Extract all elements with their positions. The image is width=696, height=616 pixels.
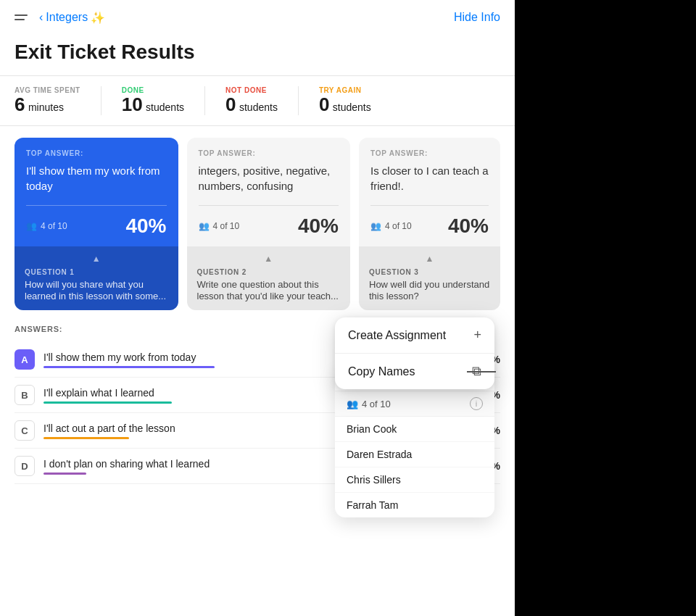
card1-students-count: 4 of 10 bbox=[41, 221, 67, 231]
students-icon-small: 👥 bbox=[347, 399, 358, 409]
card1-question-text: How will you share what you learned in t… bbox=[25, 279, 168, 304]
card1-students: 👥 4 of 10 bbox=[26, 221, 67, 231]
student-farrah: Farrah Tam bbox=[335, 493, 494, 517]
card2-footer: 👥 4 of 10 40% bbox=[199, 215, 339, 238]
card3-footer: 👥 4 of 10 40% bbox=[370, 215, 489, 238]
card2-answer: integers, positive, negative, numbers, c… bbox=[199, 163, 339, 193]
chevron-left-icon: ‹ bbox=[39, 11, 43, 24]
stat-try-again: TRY AGAIN 0 students bbox=[319, 86, 392, 115]
top-bar-left: ‹ Integers ✨ bbox=[14, 9, 105, 26]
card3-students: 👥 4 of 10 bbox=[370, 221, 412, 231]
stats-bar: AVG TIME SPENT 6 minutes DONE 10 student… bbox=[0, 75, 515, 126]
stat-avg-time-value: 6 minutes bbox=[14, 94, 80, 115]
card1-chevron-up: ▲ bbox=[25, 254, 168, 264]
card3-question-text: How well did you understand this lesson? bbox=[369, 279, 490, 304]
answer-c-bar bbox=[44, 437, 129, 439]
stat-not-done-value: 0 students bbox=[225, 94, 278, 115]
card2-percent: 40% bbox=[298, 215, 339, 238]
card3-top-answer-label: TOP ANSWER: bbox=[370, 149, 489, 157]
cards-row: TOP ANSWER: I'll show them my work from … bbox=[0, 126, 515, 322]
top-bar: ‹ Integers ✨ Hide Info bbox=[0, 0, 515, 35]
card3-question-footer: ▲ QUESTION 3 How well did you understand… bbox=[359, 246, 500, 311]
answer-letter-a: A bbox=[14, 349, 35, 370]
copy-names-label: Copy Names bbox=[348, 365, 415, 378]
stat-avg-time: AVG TIME SPENT 6 minutes bbox=[14, 86, 102, 115]
card1-divider bbox=[26, 205, 167, 206]
card2-question-footer: ▲ QUESTION 2 Write one question about th… bbox=[187, 246, 351, 311]
students-count-row: 👥 4 of 10 i bbox=[335, 391, 494, 417]
copy-names-item[interactable]: Copy Names ⧉ bbox=[335, 354, 494, 389]
card2-question-num: QUESTION 2 bbox=[197, 268, 341, 276]
page-title: Exit Ticket Results bbox=[0, 35, 515, 75]
student-daren: Daren Estrada bbox=[335, 442, 494, 467]
student-chris: Chris Sillers bbox=[335, 467, 494, 493]
question-card-3[interactable]: TOP ANSWER: Is closer to I can teach a f… bbox=[359, 138, 500, 311]
stat-not-done: NOT DONE 0 students bbox=[225, 86, 299, 115]
question-card-2[interactable]: TOP ANSWER: integers, positive, negative… bbox=[187, 138, 351, 311]
student-brian: Brian Cook bbox=[335, 417, 494, 442]
question-card-1[interactable]: TOP ANSWER: I'll show them my work from … bbox=[14, 138, 178, 311]
card3-percent: 40% bbox=[448, 215, 489, 238]
app-container: ‹ Integers ✨ Hide Info Exit Ticket Resul… bbox=[0, 0, 515, 616]
card2-divider bbox=[199, 205, 339, 206]
card2-chevron-up: ▲ bbox=[197, 254, 341, 264]
info-circle-icon[interactable]: i bbox=[470, 397, 483, 410]
card1-question-num: QUESTION 1 bbox=[25, 268, 168, 276]
card2-students: 👥 4 of 10 bbox=[199, 221, 240, 231]
card3-answer: Is closer to I can teach a friend!. bbox=[370, 163, 489, 193]
card1-question-footer: ▲ QUESTION 1 How will you share what you… bbox=[14, 246, 178, 311]
create-assignment-icon: + bbox=[473, 328, 481, 343]
sparkle-icon: ✨ bbox=[91, 11, 105, 25]
answer-letter-c: C bbox=[14, 420, 35, 441]
card1-percent: 40% bbox=[125, 215, 166, 238]
card1-top-answer-label: TOP ANSWER: bbox=[26, 149, 167, 157]
card3-divider bbox=[370, 205, 489, 206]
students-dropdown: STUDENTS: 👥 4 of 10 i Brian Cook Daren E… bbox=[335, 368, 494, 517]
students-icon-3: 👥 bbox=[370, 221, 381, 231]
card1-answer: I'll show them my work from today bbox=[26, 163, 167, 193]
popup-connector bbox=[467, 371, 496, 372]
students-icon-2: 👥 bbox=[199, 221, 210, 231]
students-icon-1: 👥 bbox=[26, 221, 37, 231]
create-assignment-label: Create Assignment bbox=[348, 329, 446, 342]
sidebar-toggle-icon[interactable] bbox=[14, 9, 32, 26]
answer-letter-b: B bbox=[14, 385, 35, 405]
card3-students-count: 4 of 10 bbox=[385, 221, 412, 231]
hide-info-button[interactable]: Hide Info bbox=[454, 11, 500, 24]
answer-d-bar bbox=[44, 473, 86, 475]
card2-question-text: Write one question about this lesson tha… bbox=[197, 279, 341, 304]
back-title: Integers bbox=[46, 11, 88, 24]
answer-a-bar bbox=[44, 366, 215, 368]
card2-top-answer-label: TOP ANSWER: bbox=[199, 149, 339, 157]
card2-students-count: 4 of 10 bbox=[213, 221, 240, 231]
popup-menu: Create Assignment + Copy Names ⧉ bbox=[335, 317, 494, 389]
students-count-info: 👥 4 of 10 bbox=[347, 399, 391, 409]
stat-done: DONE 10 students bbox=[122, 86, 205, 115]
stat-done-value: 10 students bbox=[122, 94, 184, 115]
create-assignment-item[interactable]: Create Assignment + bbox=[335, 317, 494, 354]
card1-footer: 👥 4 of 10 40% bbox=[26, 215, 167, 238]
answer-b-bar bbox=[44, 401, 172, 404]
students-count-label: 4 of 10 bbox=[362, 399, 391, 409]
card3-chevron-up: ▲ bbox=[369, 254, 490, 264]
stat-try-again-value: 0 students bbox=[319, 94, 371, 115]
card3-question-num: QUESTION 3 bbox=[369, 268, 490, 276]
back-nav[interactable]: ‹ Integers ✨ bbox=[39, 11, 105, 25]
answer-letter-d: D bbox=[14, 456, 35, 476]
